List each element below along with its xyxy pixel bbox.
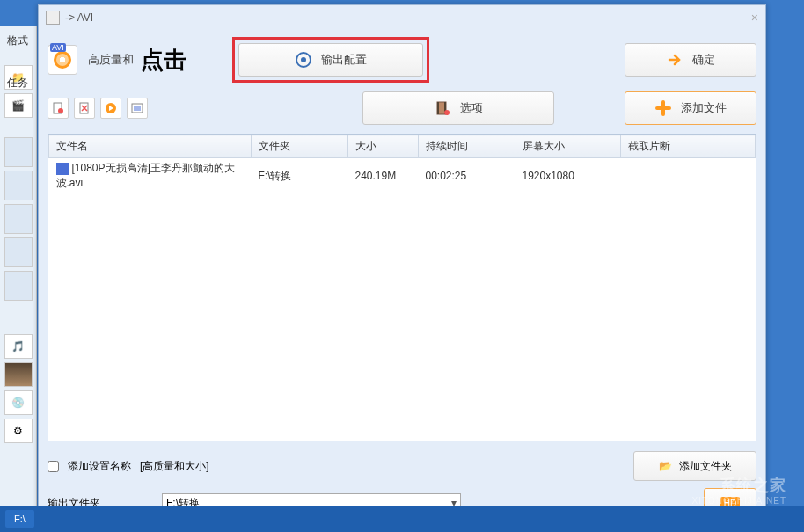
- col-folder[interactable]: 文件夹: [252, 135, 348, 158]
- sidebar-thumb-5[interactable]: [4, 271, 33, 301]
- tool-doc-icon[interactable]: [48, 98, 69, 119]
- sidebar-thumb-4[interactable]: [4, 237, 33, 267]
- svg-point-1: [301, 57, 306, 62]
- avi-tag: AVI: [50, 43, 66, 52]
- tool-list-icon[interactable]: [127, 98, 148, 119]
- sidebar-thumb-1[interactable]: [4, 137, 33, 167]
- svg-point-10: [444, 110, 450, 115]
- add-file-label: 添加文件: [681, 100, 727, 116]
- sidebar-image-icon[interactable]: [4, 362, 33, 387]
- taskbar-item[interactable]: F:\: [5, 510, 34, 528]
- add-folder-label: 添加文件夹: [679, 459, 732, 474]
- dialog-title: -> AVI: [65, 11, 93, 24]
- col-size[interactable]: 大小: [348, 135, 419, 158]
- gear-icon: [295, 51, 312, 69]
- disc-icon: [54, 51, 71, 69]
- tool-delete-icon[interactable]: [74, 98, 95, 119]
- col-clip[interactable]: 截取片断: [621, 135, 756, 158]
- cell-screen: 1920x1080: [515, 158, 621, 194]
- cell-filename: [1080P无损高清]王李丹那颤动的大波.avi: [56, 162, 235, 189]
- format-badge[interactable]: AVI: [48, 45, 77, 75]
- cell-duration: 00:02:25: [419, 158, 515, 194]
- add-setting-checkbox[interactable]: [48, 461, 59, 472]
- format-label: 格式: [7, 33, 28, 48]
- sidebar-thumb-3[interactable]: [4, 204, 33, 234]
- film-icon: [434, 99, 451, 117]
- options-button[interactable]: 选项: [362, 91, 554, 125]
- output-config-button[interactable]: 输出配置: [238, 43, 423, 77]
- tool-play-icon[interactable]: [100, 98, 121, 119]
- quality-label: 高质量和: [88, 52, 134, 68]
- sidebar-gear-icon[interactable]: ⚙: [4, 419, 33, 443]
- col-duration[interactable]: 持续时间: [419, 135, 515, 158]
- col-filename[interactable]: 文件名: [49, 135, 252, 158]
- cell-size: 240.19M: [348, 158, 419, 194]
- sidebar-icon-2[interactable]: 🎬: [4, 93, 33, 118]
- plus-icon: [654, 99, 672, 117]
- output-config-label: 输出配置: [321, 52, 367, 68]
- setting-value: [高质量和大小]: [140, 459, 209, 474]
- svg-rect-8: [437, 102, 439, 114]
- annotation-text: 点击: [141, 45, 186, 76]
- add-setting-label: 添加设置名称: [68, 459, 131, 474]
- sidebar-thumb-2[interactable]: [4, 171, 33, 200]
- file-table[interactable]: 文件名 文件夹 大小 持续时间 屏幕大小 截取片断 [1080P无损高清]王李丹…: [48, 134, 756, 441]
- confirm-button[interactable]: 确定: [625, 43, 756, 77]
- cell-folder: F:\转换: [252, 158, 348, 194]
- add-file-button[interactable]: 添加文件: [625, 91, 756, 125]
- arrow-right-icon: [666, 51, 683, 69]
- dialog-titlebar: -> AVI ×: [39, 5, 765, 30]
- taskbar: F:\: [0, 506, 804, 532]
- sidebar-disc-icon[interactable]: 💿: [4, 390, 33, 415]
- sidebar-music-icon[interactable]: 🎵: [4, 334, 33, 359]
- svg-point-3: [58, 108, 63, 113]
- col-screen[interactable]: 屏幕大小: [515, 135, 621, 158]
- highlight-box: 输出配置: [232, 37, 429, 83]
- table-row[interactable]: [1080P无损高清]王李丹那颤动的大波.avi F:\转换 240.19M 0…: [49, 158, 756, 194]
- options-label: 选项: [460, 100, 483, 116]
- folder-icon: 📂: [659, 460, 672, 472]
- task-label: 任务: [7, 76, 28, 91]
- close-icon[interactable]: ×: [751, 11, 758, 25]
- file-icon: [56, 163, 69, 175]
- confirm-label: 确定: [692, 52, 715, 68]
- cell-clip: [621, 158, 756, 194]
- main-dialog: -> AVI × AVI 高质量和 点击 输出配置 确定: [38, 4, 766, 528]
- dialog-app-icon: [46, 11, 60, 25]
- add-folder-button[interactable]: 📂 添加文件夹: [633, 451, 756, 481]
- small-toolbar: [48, 98, 148, 119]
